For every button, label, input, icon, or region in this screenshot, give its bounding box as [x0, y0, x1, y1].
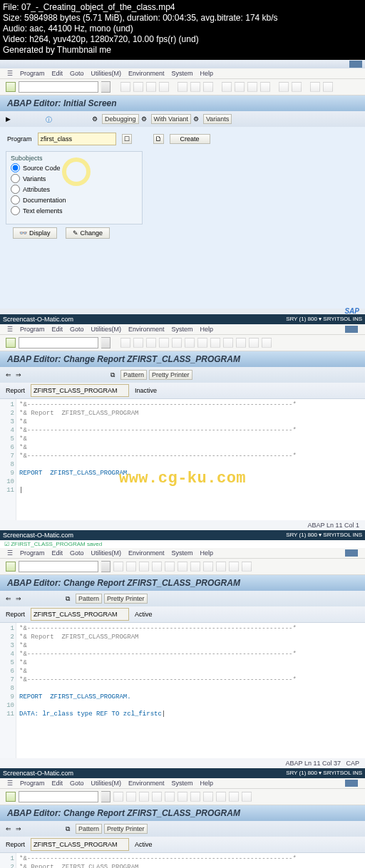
direct-icon[interactable] — [46, 825, 53, 833]
back-arrow-icon[interactable]: ⇐ — [6, 371, 14, 379]
activate-icon[interactable] — [36, 825, 43, 833]
display-button[interactable]: 👓 Display — [13, 227, 57, 239]
radio-attributes[interactable]: Attributes — [11, 185, 138, 194]
code-lines[interactable]: *&--------------------------------------… — [16, 399, 365, 520]
menu-item-goto[interactable]: Goto — [70, 70, 84, 77]
direct-icon[interactable] — [71, 371, 78, 379]
cancel-icon[interactable] — [159, 82, 169, 92]
other-object-icon[interactable] — [41, 371, 48, 379]
rename-icon[interactable] — [66, 115, 73, 123]
command-field[interactable] — [19, 337, 98, 348]
menu-item-system[interactable]: System — [172, 70, 193, 77]
menu-item-utilities[interactable]: Utilities(M) — [91, 70, 122, 77]
debugging-button[interactable]: Debugging — [102, 114, 139, 124]
report-input[interactable] — [31, 838, 129, 851]
enter-button[interactable] — [6, 82, 16, 92]
page-icon[interactable] — [190, 792, 200, 802]
exit-icon[interactable] — [146, 82, 156, 92]
print-icon[interactable] — [178, 82, 187, 92]
create-button[interactable]: Create — [170, 134, 210, 144]
enter-button[interactable] — [6, 338, 16, 348]
new-session-icon[interactable] — [279, 82, 289, 92]
save-icon[interactable] — [120, 338, 130, 348]
save-icon[interactable] — [113, 562, 123, 572]
exit-icon[interactable] — [139, 792, 149, 802]
command-field[interactable] — [19, 561, 98, 572]
check-icon[interactable] — [26, 825, 34, 833]
save-icon[interactable] — [120, 82, 130, 92]
direct-icon[interactable] — [46, 595, 53, 603]
pretty-printer-button[interactable]: Pretty Printer — [104, 824, 148, 834]
find-icon[interactable] — [190, 82, 200, 92]
pattern-icon[interactable]: ⧉ — [66, 595, 73, 603]
command-dropdown[interactable] — [101, 791, 110, 802]
code-area-3[interactable]: 1234567891011 *&------------------------… — [0, 623, 365, 758]
info-icon[interactable]: ⓘ — [46, 115, 53, 123]
search-help-button[interactable]: ☐ — [122, 134, 132, 144]
pretty-printer-button[interactable]: Pretty Printer — [149, 370, 192, 380]
back-icon[interactable] — [126, 792, 136, 802]
page-icon[interactable] — [229, 562, 239, 572]
activate-icon[interactable] — [61, 371, 68, 379]
code-lines[interactable]: *&--------------------------------------… — [16, 623, 365, 758]
customize-icon[interactable] — [323, 82, 333, 92]
page-icon[interactable] — [216, 562, 226, 572]
find-next-icon[interactable] — [203, 82, 213, 92]
minimize-button[interactable] — [345, 549, 358, 557]
enter-button[interactable] — [6, 792, 16, 802]
code-area-4[interactable]: 123456789101112131415 *&----------------… — [0, 853, 365, 868]
first-page-icon[interactable] — [197, 338, 207, 348]
fwd-arrow-icon[interactable]: ⇒ — [16, 825, 24, 833]
change-button[interactable]: ✎ Change — [66, 227, 110, 239]
debugging-icon[interactable]: ⚙ — [92, 115, 100, 123]
minimize-button[interactable] — [345, 326, 358, 333]
report-input[interactable] — [31, 384, 129, 397]
pattern-icon[interactable]: ⧉ — [66, 825, 73, 833]
command-field[interactable] — [19, 791, 98, 802]
code-area-2[interactable]: 1234567891011 *&------------------------… — [0, 399, 365, 520]
prev-page-icon[interactable] — [235, 82, 245, 92]
cancel-icon[interactable] — [152, 562, 162, 572]
exit-icon[interactable] — [146, 338, 156, 348]
sap-menu-icon[interactable]: ☰ — [7, 70, 13, 77]
last-page-icon[interactable] — [236, 338, 246, 348]
help-icon[interactable] — [242, 792, 252, 802]
help-icon[interactable] — [242, 562, 252, 572]
next-page-icon[interactable] — [223, 338, 233, 348]
with-variant-button[interactable]: With Variant — [151, 114, 191, 124]
report-input[interactable] — [31, 608, 129, 621]
menu-item-program[interactable]: Program — [20, 70, 45, 77]
display-list-icon[interactable] — [91, 371, 98, 379]
set-break-icon[interactable] — [101, 371, 108, 379]
minimize-button[interactable] — [345, 780, 358, 787]
back-icon[interactable] — [133, 82, 143, 92]
help-icon[interactable] — [262, 338, 272, 348]
next-page-icon[interactable] — [247, 82, 257, 92]
where-used-icon[interactable] — [81, 371, 88, 379]
delete-icon[interactable] — [76, 115, 83, 123]
program-input[interactable] — [38, 133, 116, 145]
activate-icon[interactable] — [26, 115, 34, 123]
find-icon[interactable] — [185, 338, 195, 348]
command-dropdown[interactable] — [101, 337, 110, 348]
back-icon[interactable] — [126, 562, 136, 572]
command-dropdown[interactable] — [101, 81, 110, 93]
fwd-arrow-icon[interactable]: ⇒ — [16, 371, 24, 379]
variant-icon[interactable]: ⚙ — [141, 115, 149, 123]
cancel-icon[interactable] — [152, 792, 162, 802]
help-icon[interactable] — [310, 82, 320, 92]
play-icon[interactable]: ▶ — [6, 115, 14, 123]
create-icon[interactable]: 🗋 — [153, 134, 164, 144]
sap-menu-icon[interactable]: ☰ — [7, 780, 13, 787]
check-icon[interactable] — [26, 595, 34, 603]
page-icon[interactable] — [216, 792, 226, 802]
pattern-icon[interactable]: ⧉ — [110, 371, 118, 379]
where-used-icon[interactable] — [36, 115, 43, 123]
exit-icon[interactable] — [139, 562, 149, 572]
menu-item-help[interactable]: Help — [200, 70, 214, 77]
back-arrow-icon[interactable]: ⇐ — [6, 825, 14, 833]
first-page-icon[interactable] — [222, 82, 232, 92]
enter-button[interactable] — [6, 562, 16, 572]
pretty-printer-button[interactable]: Pretty Printer — [104, 594, 148, 604]
generate-shortcut-icon[interactable] — [292, 82, 302, 92]
